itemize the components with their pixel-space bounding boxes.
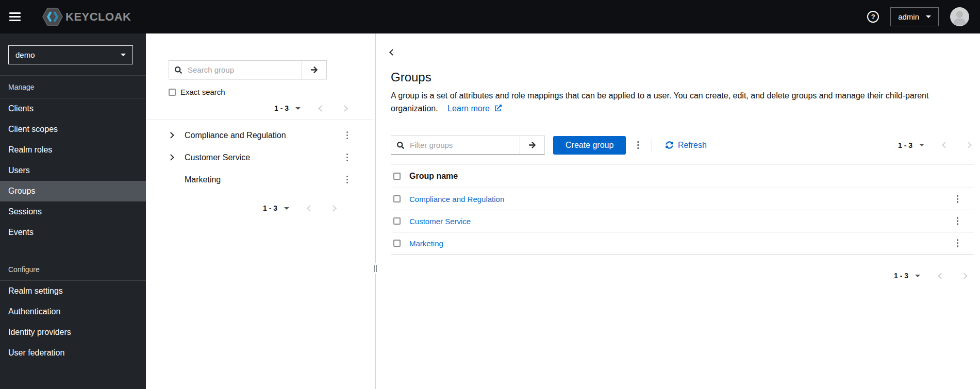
help-icon[interactable]: ? — [867, 11, 879, 23]
row-checkbox[interactable] — [393, 195, 401, 202]
pagination-range: 1 - 3 — [894, 272, 908, 280]
previous-page-button[interactable] — [943, 143, 948, 147]
toolbar-kebab-menu-icon[interactable] — [634, 139, 642, 151]
sidebar-item-sessions[interactable]: Sessions — [0, 201, 146, 222]
kebab-menu-icon[interactable] — [343, 129, 352, 142]
chevron-left-icon — [307, 205, 313, 212]
sidebar-item-identity-providers[interactable]: Identity providers — [0, 322, 146, 343]
search-icon — [391, 136, 410, 154]
pagination-range: 1 - 3 — [898, 141, 912, 149]
group-link[interactable]: Compliance and Regulation — [409, 195, 504, 204]
splitter-grip-icon[interactable] — [374, 263, 377, 274]
next-page-button[interactable] — [962, 274, 967, 278]
tree-pagination-top: 1 - 3 — [146, 104, 373, 112]
refresh-label: Refresh — [678, 141, 707, 150]
search-submit-button[interactable] — [302, 61, 326, 79]
sidebar-item-events[interactable]: Events — [0, 222, 146, 243]
sidebar: demo Manage Clients Client scopes Realm … — [0, 33, 146, 389]
tree-item-label[interactable]: Marketing — [185, 175, 221, 184]
sidebar-item-clients[interactable]: Clients — [0, 98, 146, 119]
sidebar-item-users[interactable]: Users — [0, 160, 146, 181]
tree-item-label[interactable]: Customer Service — [185, 153, 250, 162]
brand-title: KEYCLOAK — [65, 10, 131, 24]
sidebar-item-realm-roles[interactable]: Realm roles — [0, 140, 146, 160]
chevron-left-icon — [318, 105, 325, 112]
tree-item-marketing: Marketing — [146, 168, 373, 191]
filter-groups-group — [391, 136, 545, 155]
table-row: Marketing — [391, 232, 974, 255]
chevron-left-icon — [938, 273, 944, 279]
keycloak-logo-icon — [42, 7, 63, 26]
group-search-group — [169, 60, 327, 79]
user-menu-label: admin — [898, 12, 919, 21]
external-link-icon — [495, 105, 502, 111]
divider — [652, 139, 652, 152]
refresh-icon — [666, 141, 673, 149]
next-page-button[interactable] — [342, 106, 347, 111]
table-row: Customer Service — [391, 210, 974, 232]
pagination-options-caret-icon[interactable] — [284, 207, 289, 210]
groups-main-panel: Groups A group is a set of attributes an… — [378, 33, 980, 389]
groups-toolbar: Create group Refresh 1 - 3 — [391, 136, 974, 155]
previous-page-button[interactable] — [308, 206, 312, 211]
sidebar-item-groups[interactable]: Groups — [0, 181, 146, 201]
group-tree-panel: Exact search 1 - 3 Compliance and Regula… — [146, 33, 373, 389]
group-link[interactable]: Marketing — [409, 239, 443, 248]
row-kebab-menu-icon[interactable] — [954, 215, 962, 227]
search-icon — [169, 61, 188, 79]
previous-page-button[interactable] — [939, 274, 943, 278]
row-checkbox[interactable] — [393, 217, 401, 225]
row-kebab-menu-icon[interactable] — [954, 237, 962, 249]
exact-search-option: Exact search — [169, 88, 373, 96]
top-bar: KEYCLOAK ? admin — [0, 0, 980, 33]
previous-page-button[interactable] — [319, 106, 324, 111]
pagination-range: 1 - 3 — [274, 104, 289, 112]
sidebar-item-user-federation[interactable]: User federation — [0, 343, 146, 363]
keycloak-logo[interactable]: KEYCLOAK — [42, 7, 131, 26]
pagination-range: 1 - 3 — [263, 204, 277, 212]
page-title: Groups — [391, 70, 974, 84]
tree-item-label[interactable]: Compliance and Regulation — [185, 131, 286, 140]
nav-toggle-hamburger-icon[interactable] — [8, 7, 29, 27]
table-row: Compliance and Regulation — [391, 188, 974, 210]
learn-more-link[interactable]: Learn more — [447, 104, 502, 113]
row-kebab-menu-icon[interactable] — [954, 193, 962, 205]
filter-submit-button[interactable] — [520, 136, 544, 154]
kebab-menu-icon[interactable] — [343, 151, 352, 164]
expand-chevron-icon[interactable] — [169, 133, 177, 138]
row-checkbox[interactable] — [393, 240, 401, 247]
select-all-checkbox[interactable] — [393, 173, 401, 180]
sidebar-item-realm-settings[interactable]: Realm settings — [0, 281, 146, 301]
panel-splitter[interactable] — [373, 33, 378, 389]
kebab-menu-icon[interactable] — [343, 174, 352, 186]
chevron-right-icon — [961, 273, 968, 279]
sidebar-item-authentication[interactable]: Authentication — [0, 301, 146, 322]
chevron-right-icon — [965, 142, 972, 148]
next-page-button[interactable] — [331, 206, 336, 211]
expand-chevron-icon[interactable] — [169, 155, 177, 160]
sidebar-item-client-scopes[interactable]: Client scopes — [0, 119, 146, 140]
learn-more-label: Learn more — [447, 104, 490, 113]
user-menu-dropdown[interactable]: admin — [890, 7, 939, 26]
filter-groups-input[interactable] — [410, 136, 520, 154]
caret-down-icon — [121, 54, 126, 56]
realm-selector[interactable]: demo — [8, 45, 133, 64]
exact-search-checkbox[interactable] — [169, 89, 176, 96]
caret-down-icon — [926, 15, 931, 18]
nav-section-configure: Configure — [0, 258, 146, 280]
page-description: A group is a set of attributes and role … — [391, 89, 967, 115]
column-header-group-name: Group name — [409, 172, 458, 181]
avatar[interactable] — [950, 7, 969, 26]
pagination-options-caret-icon[interactable] — [915, 275, 920, 277]
pagination-options-caret-icon[interactable] — [295, 107, 301, 110]
group-search-input[interactable] — [188, 61, 302, 79]
pagination-options-caret-icon[interactable] — [919, 144, 924, 146]
chevron-right-icon — [341, 105, 348, 112]
create-group-button[interactable]: Create group — [553, 136, 626, 155]
next-page-button[interactable] — [966, 143, 971, 147]
nav-section-manage: Manage — [0, 76, 146, 98]
collapse-panel-button[interactable] — [389, 47, 396, 57]
divider — [146, 119, 373, 120]
group-link[interactable]: Customer Service — [409, 217, 471, 226]
refresh-button[interactable]: Refresh — [666, 141, 707, 150]
